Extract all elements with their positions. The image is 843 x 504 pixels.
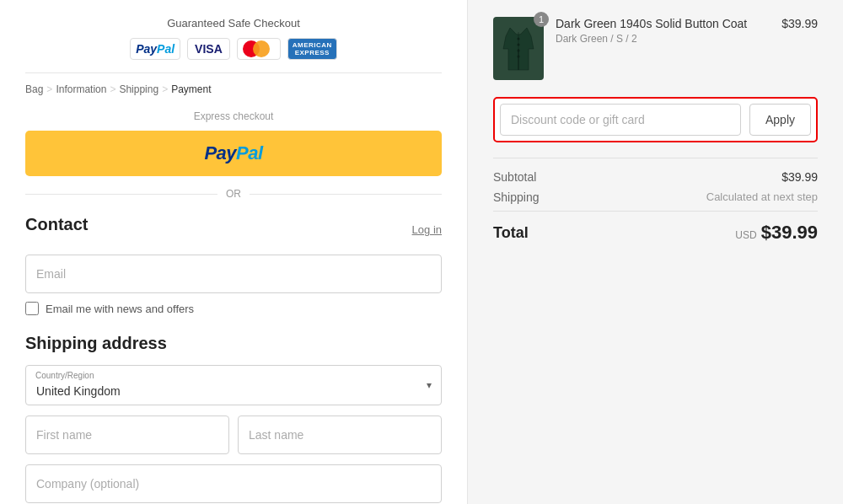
shipping-row: Shipping Calculated at next step	[493, 190, 818, 204]
safe-checkout-section: Guaranteed Safe Checkout PayPal VISA AME…	[25, 17, 442, 73]
apply-button[interactable]: Apply	[749, 104, 811, 136]
paypal-payment-icon: PayPal	[130, 38, 180, 60]
breadcrumb-sep-3: >	[162, 83, 168, 95]
country-select-wrapper: Country/Region United Kingdom ▾	[25, 365, 442, 405]
breadcrumb: Bag > Information > Shipping > Payment	[25, 83, 442, 95]
item-quantity-badge: 1	[534, 12, 549, 27]
svg-point-1	[518, 37, 520, 40]
svg-point-2	[518, 43, 520, 46]
payment-icons-row: PayPal VISA AMERICANEXPRESS	[25, 38, 442, 60]
log-in-link[interactable]: Log in	[412, 223, 442, 236]
breadcrumb-sep-2: >	[110, 83, 115, 95]
item-image-wrapper: 1	[493, 17, 544, 80]
item-details: Dark Green 1940s Solid Button Coat Dark …	[556, 17, 770, 45]
shipping-address-title: Shipping address	[25, 334, 442, 353]
svg-point-4	[518, 55, 520, 57]
last-name-field[interactable]	[238, 416, 442, 454]
item-image	[493, 17, 544, 80]
shipping-value: Calculated at next step	[706, 190, 818, 204]
newsletter-label[interactable]: Email me with news and offers	[46, 303, 194, 315]
svg-point-3	[518, 49, 520, 51]
order-totals: Subtotal $39.99 Shipping Calculated at n…	[493, 158, 818, 244]
right-panel: 1 Dark Green 1940s Solid Button Coat Dar…	[468, 0, 843, 504]
order-item: 1 Dark Green 1940s Solid Button Coat Dar…	[493, 17, 818, 80]
email-field[interactable]	[25, 255, 442, 293]
subtotal-row: Subtotal $39.99	[493, 170, 818, 184]
contact-title: Contact	[25, 215, 88, 234]
shipping-label: Shipping	[493, 190, 540, 204]
item-price: $39.99	[781, 17, 818, 30]
contact-section-header: Contact Log in	[25, 215, 442, 244]
discount-input[interactable]	[500, 104, 741, 136]
left-panel: Guaranteed Safe Checkout PayPal VISA AME…	[0, 0, 468, 504]
first-name-field[interactable]	[25, 416, 229, 454]
coat-svg	[502, 24, 535, 74]
safe-checkout-title: Guaranteed Safe Checkout	[25, 17, 442, 29]
or-divider: OR	[25, 188, 442, 200]
total-row: Total USD $39.99	[493, 211, 818, 244]
breadcrumb-information[interactable]: Information	[56, 83, 106, 95]
subtotal-label: Subtotal	[493, 170, 536, 184]
name-row	[25, 416, 442, 454]
paypal-button[interactable]: PayPal	[25, 131, 442, 176]
item-name: Dark Green 1940s Solid Button Coat	[556, 17, 770, 30]
country-select[interactable]: United Kingdom	[25, 365, 442, 405]
total-value-group: USD $39.99	[735, 222, 818, 244]
newsletter-checkbox[interactable]	[25, 302, 39, 315]
total-label: Total	[493, 224, 529, 242]
total-amount: $39.99	[761, 222, 818, 244]
mastercard-payment-icon	[237, 38, 281, 60]
company-field[interactable]	[25, 464, 442, 503]
breadcrumb-bag[interactable]: Bag	[25, 83, 43, 95]
breadcrumb-shipping[interactable]: Shipping	[119, 83, 158, 95]
amex-payment-icon: AMERICANEXPRESS	[287, 38, 337, 60]
express-checkout-label: Express checkout	[25, 110, 442, 122]
item-variant: Dark Green / S / 2	[556, 33, 770, 45]
subtotal-value: $39.99	[781, 170, 818, 184]
breadcrumb-payment: Payment	[171, 83, 211, 95]
total-currency: USD	[735, 229, 756, 241]
breadcrumb-sep-1: >	[46, 83, 52, 95]
visa-payment-icon: VISA	[187, 38, 230, 60]
newsletter-checkbox-row: Email me with news and offers	[25, 302, 442, 315]
discount-section: Apply	[493, 97, 818, 142]
